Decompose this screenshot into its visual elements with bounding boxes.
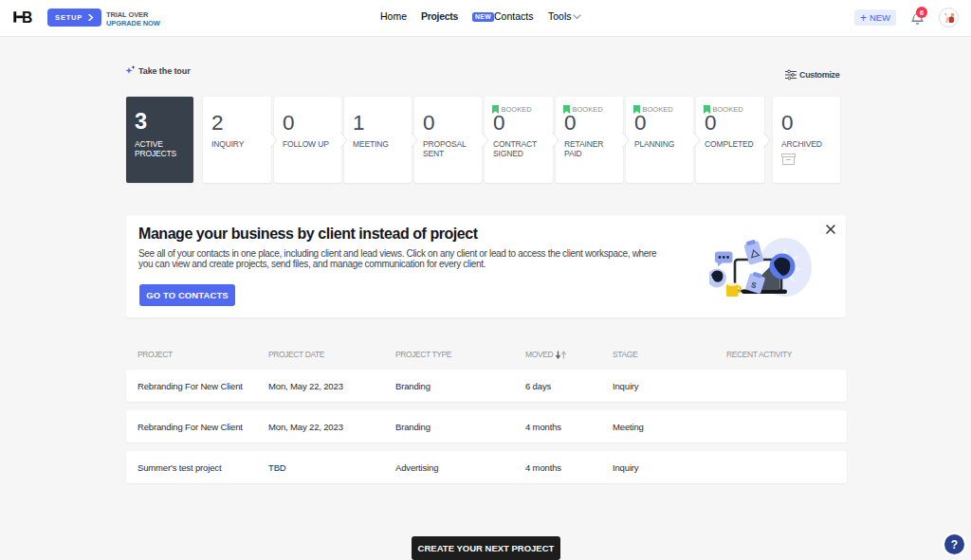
svg-text:B: B xyxy=(22,10,32,24)
